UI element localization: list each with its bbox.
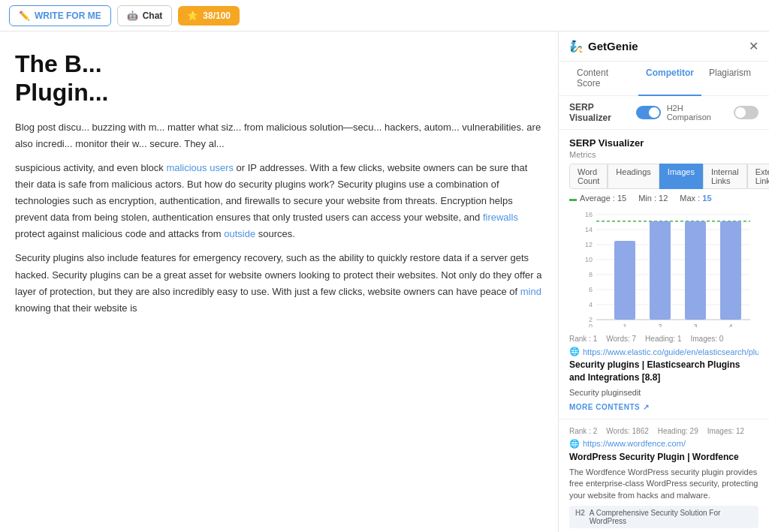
rank-2: Rank : 2	[569, 427, 597, 435]
chart-tab-external-links[interactable]: External Links	[747, 164, 769, 189]
competitor-item: Rank : 1 Words: 7 Heading: 1 Images: 0 🌐…	[559, 327, 769, 419]
competitor-rank-row: Rank : 1 Words: 7 Heading: 1 Images: 0	[569, 335, 758, 343]
chart-tabs: Word Count Headings Images Internal Link…	[569, 164, 758, 189]
toolbar: ✏️ WRITE FOR ME 🤖 Chat ⭐ 38/100	[0, 0, 769, 32]
h2-label: H2	[575, 509, 585, 517]
rank-1: Rank : 1	[569, 335, 597, 343]
competitor-item: Rank : 2 Words: 1862 Heading: 29 Images:…	[559, 419, 769, 532]
min-stat: Min : 12	[638, 194, 668, 203]
more-contents-btn-1[interactable]: MORE CONTENTS ↗	[569, 403, 649, 411]
close-button[interactable]: ✕	[749, 39, 758, 53]
comp-title-1: Security plugins | Elasticsearch Plugins…	[569, 359, 758, 384]
chart-tab-internal-links[interactable]: Internal Links	[703, 164, 747, 189]
heading-2: Heading: 29	[658, 427, 698, 435]
blog-content-area: The B...Plugin... Blog post discu... buz…	[0, 32, 559, 532]
svg-text:3: 3	[693, 323, 697, 327]
tab-competitor[interactable]: Competitor	[638, 62, 701, 96]
h2h-label: H2H Comparison	[667, 104, 728, 122]
tab-content-score[interactable]: Content Score	[569, 62, 638, 96]
competitor-rank-row: Rank : 2 Words: 1862 Heading: 29 Images:…	[569, 427, 758, 435]
serp-visualizer-label: SERP Visualizer	[569, 102, 636, 123]
h2h-toggle[interactable]	[734, 106, 758, 119]
words-1: Words: 7	[606, 335, 636, 343]
write-icon: ✏️	[19, 11, 30, 21]
images-2: Images: 12	[707, 427, 744, 435]
avg-legend: Average : 15	[569, 194, 626, 203]
chat-button[interactable]: 🤖 Chat	[117, 5, 173, 26]
chart-title: SERP Visualizer	[569, 137, 758, 149]
right-panel: 🧞 GetGenie ✕ Content Score Competitor Pl…	[559, 32, 769, 532]
svg-text:0: 0	[589, 323, 593, 327]
logo-icon: 🧞	[569, 40, 584, 53]
panel-tabs: Content Score Competitor Plagiarism	[559, 62, 769, 96]
svg-text:16: 16	[585, 211, 593, 218]
competitor-list: Rank : 1 Words: 7 Heading: 1 Images: 0 🌐…	[559, 327, 769, 532]
svg-text:6: 6	[589, 286, 593, 293]
chart-tab-headings[interactable]: Headings	[608, 164, 659, 189]
svg-text:4: 4	[728, 323, 732, 327]
words-2: Words: 1862	[606, 427, 649, 435]
comp-url-1[interactable]: 🌐 https://www.elastic.co/guide/en/elasti…	[569, 347, 758, 356]
comp-h2-2: H2 A Comprehensive Security Solution For…	[569, 506, 758, 528]
chart-container: 16 14 12 10 8 6 4 2	[569, 207, 758, 327]
svg-text:8: 8	[589, 271, 593, 278]
chart-tab-images[interactable]: Images	[659, 164, 703, 189]
svg-text:12: 12	[585, 241, 593, 248]
globe-icon: 🌐	[569, 347, 580, 356]
serp-toggle-row: SERP Visualizer H2H Comparison	[559, 96, 769, 130]
bar-4	[720, 221, 741, 320]
comp-desc-2: The Wordfence WordPress security plugin …	[569, 467, 758, 501]
chart-section: SERP Visualizer Metrics Word Count Headi…	[559, 130, 769, 327]
bar-2	[650, 221, 671, 320]
score-button[interactable]: ⭐ 38/100	[178, 6, 240, 26]
max-stat: Max : 15	[680, 194, 711, 203]
toggle-group: H2H Comparison	[636, 104, 758, 122]
svg-text:10: 10	[585, 256, 593, 263]
comp-url-2[interactable]: 🌐 https://www.wordfence.com/	[569, 439, 758, 449]
svg-text:4: 4	[589, 301, 593, 308]
bar-1	[614, 241, 635, 320]
heading-1: Heading: 1	[645, 335, 681, 343]
comp-desc-1: Security pluginsedit	[569, 387, 758, 398]
globe-icon-2: 🌐	[569, 439, 580, 449]
panel-header: 🧞 GetGenie ✕	[559, 32, 769, 62]
main-layout: The B...Plugin... Blog post discu... buz…	[0, 32, 769, 532]
tab-plagiarism[interactable]: Plagiarism	[701, 62, 758, 96]
chart-stats: Average : 15 Min : 12 Max : 15	[569, 194, 758, 203]
svg-text:1: 1	[623, 323, 626, 327]
images-1: Images: 0	[690, 335, 723, 343]
score-icon: ⭐	[187, 11, 198, 21]
svg-text:2: 2	[658, 323, 662, 327]
chart-subtitle: Metrics	[569, 150, 758, 159]
chart-svg: 16 14 12 10 8 6 4 2	[569, 207, 758, 327]
blog-title: The B...Plugin...	[15, 50, 543, 107]
svg-text:14: 14	[585, 226, 593, 233]
comp-title-2: WordPress Security Plugin | Wordfence	[569, 451, 758, 464]
serp-visualizer-toggle[interactable]	[636, 106, 661, 119]
bar-3	[685, 221, 706, 320]
chart-tab-word-count[interactable]: Word Count	[569, 164, 608, 189]
chat-icon: 🤖	[127, 11, 138, 21]
panel-logo: 🧞 GetGenie	[569, 40, 638, 53]
blog-body: Blog post discu... buzzing with m... mat…	[15, 119, 543, 317]
write-for-me-button[interactable]: ✏️ WRITE FOR ME	[9, 5, 111, 26]
